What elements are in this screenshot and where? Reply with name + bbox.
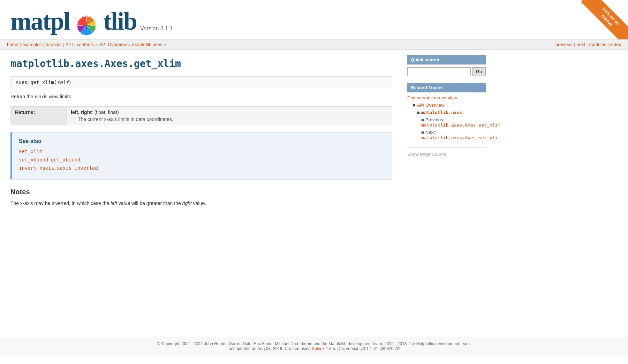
notes-section: Notes The x-axis may be inverted, in whi… <box>10 188 392 207</box>
logo-icon <box>76 13 97 34</box>
page-title: matplotlib.axes.Axes.get_xlim <box>10 58 392 69</box>
footer-copyright: © Copyright 2002 - 2012 John Hunter, Dar… <box>7 341 621 346</box>
sig-param: self <box>57 79 69 85</box>
footer-sphinx-link[interactable]: Sphinx <box>312 346 325 351</box>
returns-name-type: left, right: (float, float) <box>71 109 388 115</box>
nav-arrow-2: » <box>128 42 130 47</box>
search-go-button[interactable]: Go <box>472 67 486 76</box>
see-also-box: See also set_xlim set_xbound, get_xbound… <box>10 132 392 180</box>
related-item-previous: ■Previous: matplotlib.axes.Axes.set_xlim <box>421 117 486 128</box>
sig-method: get_xlim( <box>30 79 57 85</box>
bullet-api: ■ <box>413 103 416 108</box>
see-also-title: See also <box>19 138 385 144</box>
returns-desc: The current x-axis limits in data coordi… <box>71 116 388 122</box>
nav-arrow-3: » <box>164 42 166 47</box>
nav-sep-1: | <box>20 42 21 47</box>
nav-sep-2: | <box>43 42 44 47</box>
sidebar: Quick search Go Related Topics Documenta… <box>403 50 490 337</box>
bullet-next: ■ <box>421 130 424 135</box>
related-topics-title: Related Topics <box>407 83 486 92</box>
show-page-source: Show Page Source <box>407 147 486 157</box>
nav-sep-7: | <box>608 42 609 47</box>
see-also-invert-xaxis[interactable]: invert_xaxis <box>19 165 54 171</box>
see-also-row-1: set_xlim <box>19 149 385 154</box>
returns-name: left, right <box>71 109 92 115</box>
next-label: Next: <box>425 130 436 135</box>
see-also-get-xbound[interactable]: get_xbound <box>51 157 80 162</box>
see-also-set-xlim[interactable]: set_xlim <box>19 149 42 154</box>
related-link-mpl-axes[interactable]: matplotlib.axes <box>421 110 462 115</box>
related-link-next[interactable]: matplotlib.axes.Axes.set_ylim <box>421 135 500 140</box>
bullet-prev: ■ <box>421 117 424 122</box>
nav-examples[interactable]: examples <box>22 42 42 47</box>
nav-sep-3: | <box>63 42 64 47</box>
header: matpl <box>0 0 628 40</box>
nav-tutorials[interactable]: tutorials <box>46 42 62 47</box>
notes-text-middle: value will be greater than the <box>117 200 182 206</box>
signature-box: Axes.get_xlim(self) <box>10 76 392 88</box>
related-link-doc-overview[interactable]: Documentation overview <box>407 95 457 100</box>
see-also-row-3: invert_xaxis, xaxis_inverted <box>19 165 385 171</box>
bullet-mpl-axes: ■ <box>417 110 420 115</box>
footer: © Copyright 2002 - 2012 John Hunter, Dar… <box>0 337 628 355</box>
nav-sep-6: | <box>587 42 588 47</box>
nav-sep-4: | <box>74 42 75 47</box>
returns-header: Returns: <box>11 107 67 125</box>
notes-italic2: right <box>182 200 192 206</box>
nav-sep-5: | <box>574 42 575 47</box>
header-logo: matpl <box>10 7 618 36</box>
returns-table: Returns: left, right: (float, float) The… <box>10 106 392 125</box>
navbar-right: previous | next | modules | index <box>555 42 621 47</box>
related-item-doc-overview: Documentation overview <box>407 95 486 100</box>
content-wrapper: matplotlib.axes.Axes.get_xlim Axes.get_x… <box>0 50 628 337</box>
footer-updated-text: Last updated on Aug 08, 2019. Created us… <box>226 346 311 351</box>
nav-modules[interactable]: modules <box>589 42 606 47</box>
nav-home[interactable]: home <box>7 42 18 47</box>
search-input[interactable] <box>407 67 471 76</box>
sig-close: ) <box>69 79 71 85</box>
show-page-source-link[interactable]: Show Page Source <box>407 152 446 157</box>
search-form: Go <box>407 67 486 76</box>
related-link-prev[interactable]: matplotlib.axes.Axes.set_xlim <box>421 122 500 128</box>
nav-next[interactable]: next <box>576 42 585 47</box>
related-item-mpl-axes: ■matplotlib.axes <box>417 110 486 115</box>
description: Return the x-axis view limits. <box>10 94 392 99</box>
nav-arrow-1: » <box>95 42 98 47</box>
see-also-row-2: set_xbound, get_xbound <box>19 157 385 162</box>
notes-italic1: left <box>111 200 117 206</box>
related-item-next: ■Next: matplotlib.axes.Axes.set_ylim <box>421 130 486 140</box>
quick-search-title: Quick search <box>407 55 486 65</box>
nav-api-overview[interactable]: API Overview <box>99 42 127 47</box>
logo-version: Version 3.1.1 <box>140 25 173 32</box>
nav-index[interactable]: index <box>610 42 621 47</box>
related-link-api-overview[interactable]: API Overview <box>417 103 445 108</box>
notes-text-before: The x-axis may be inverted, in which cas… <box>10 200 111 206</box>
nav-contents[interactable]: contents <box>77 42 94 47</box>
returns-content: left, right: (float, float) The current … <box>67 107 392 125</box>
related-item-api-overview: ■API Overview <box>413 103 486 108</box>
nav-previous[interactable]: previous <box>555 42 573 47</box>
see-also-xaxis-inverted[interactable]: xaxis_inverted <box>57 165 98 171</box>
notes-title: Notes <box>10 188 392 196</box>
footer-updated: Last updated on Aug 08, 2019. Created us… <box>7 346 621 351</box>
returns-type: : (float, float) <box>92 109 119 115</box>
notes-text: The x-axis may be inverted, in which cas… <box>10 199 392 207</box>
fork-ribbon[interactable]: Fork me on GitHub <box>576 0 628 40</box>
prev-label: Previous: <box>425 117 444 122</box>
nav-api[interactable]: API <box>66 42 73 47</box>
notes-text-after: value. <box>192 200 206 206</box>
see-also-set-xbound[interactable]: set_xbound <box>19 157 48 162</box>
footer-sphinx-version: 1.8.5. <box>326 346 336 351</box>
related-topics: Related Topics Documentation overview ■A… <box>407 83 486 140</box>
sig-class: Axes. <box>16 79 30 85</box>
logo-text: matpl <box>10 7 137 36</box>
footer-doc-version: Doc version v3.1.1-31-g3b829f7f2. <box>338 346 402 351</box>
main-content: matplotlib.axes.Axes.get_xlim Axes.get_x… <box>0 50 403 337</box>
navbar: home | examples | tutorials | API | cont… <box>0 40 628 50</box>
fork-ribbon-text[interactable]: Fork me on GitHub <box>581 0 628 40</box>
nav-current: matplotlib.axes <box>132 42 162 47</box>
navbar-left: home | examples | tutorials | API | cont… <box>7 42 555 47</box>
